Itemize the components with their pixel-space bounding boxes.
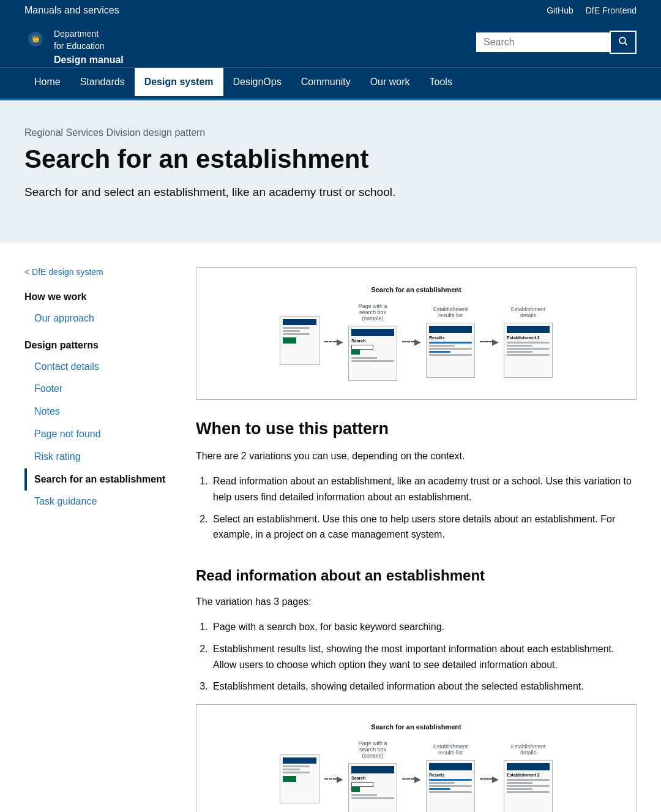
- nav-link-home[interactable]: Home: [24, 68, 70, 96]
- read-info-item-3: Establishment details, showing detailed …: [211, 679, 637, 694]
- mock-line-d2: [507, 345, 532, 347]
- sp-line-2-2: [283, 769, 300, 770]
- crown-icon: 👑: [24, 28, 47, 50]
- nav-item-designops[interactable]: DesignOps: [223, 68, 291, 99]
- diagram2-label-search: Page with a search box(sample): [351, 740, 394, 759]
- nav-link-standards[interactable]: Standards: [70, 68, 135, 96]
- sidebar-item-footer[interactable]: Footer: [24, 378, 171, 400]
- logo-design-manual: Design manual: [54, 53, 124, 67]
- read-info-item-2: Establishment results list, showing the …: [211, 641, 637, 672]
- sidebar-item-our-approach[interactable]: Our approach: [24, 307, 171, 330]
- nav-item-standards[interactable]: Standards: [70, 68, 135, 99]
- sp-header-2: [283, 757, 316, 764]
- arrow-head-1: ▶: [337, 337, 343, 347]
- diagram-arrow-2-1: ▶: [324, 774, 343, 784]
- sp-green-btn: [283, 337, 296, 344]
- diagram-label-results: Establishment results list: [429, 306, 472, 318]
- mock-header-2: [429, 326, 472, 333]
- mock-line-2-r2: [429, 791, 472, 793]
- start-page-mock-2: [280, 754, 319, 803]
- sidebar-item-page-not-found[interactable]: Page not found: [24, 423, 171, 446]
- mock-results-page-2: Results: [426, 760, 475, 812]
- sp-line-2: [283, 330, 300, 332]
- nav-link-designops[interactable]: DesignOps: [223, 68, 291, 96]
- diagram-title-2: Search for an establishment: [371, 723, 461, 731]
- search-box-container: [475, 31, 637, 54]
- search-icon: [618, 36, 628, 46]
- diagram2-label-results: Establishment results list: [429, 743, 472, 756]
- diagram-inner-1: Search for an establishment: [209, 280, 624, 387]
- sidebar-item-task-guidance[interactable]: Task guidance: [24, 491, 171, 513]
- nav-link-our-work[interactable]: Our work: [360, 68, 420, 96]
- divider-r1: [429, 348, 472, 350]
- svg-text:👑: 👑: [32, 35, 40, 43]
- diagram-box-2: Search for an establishment: [196, 704, 637, 812]
- main-content: Search for an establishment: [196, 267, 637, 812]
- dfe-frontend-link[interactable]: DfE Frontend: [586, 6, 637, 15]
- mock-btn-2: [351, 787, 360, 792]
- diagram2-results-page: Establishment results list Results: [426, 743, 475, 812]
- mock-line-d3: [507, 348, 550, 350]
- logo-line1: Department: [54, 29, 99, 39]
- when-to-use-section: When to use this pattern There are 2 var…: [196, 419, 637, 543]
- mock-header-2-1: [351, 766, 394, 773]
- mock-line-2-r1: [429, 782, 455, 784]
- arrow-head-2: ▶: [414, 337, 421, 347]
- mock-header-3: [507, 326, 550, 333]
- mock-line-2-s1: [351, 794, 377, 796]
- mock-btn-1: [351, 350, 360, 355]
- start-page-mock: [280, 316, 319, 365]
- when-to-use-item-1: Read information about an establishment,…: [211, 473, 637, 505]
- mock-line-d5: [507, 354, 550, 356]
- mock-line-r2: [429, 354, 472, 356]
- read-info-list: Page with a search box, for basic keywor…: [211, 619, 637, 694]
- arrow-head-2-3: ▶: [492, 774, 499, 784]
- sidebar-section-how-we-work: How we work: [24, 291, 171, 303]
- nav-item-our-work[interactable]: Our work: [360, 68, 420, 99]
- read-info-heading: Read information about an establishment: [196, 567, 637, 584]
- nav-item-community[interactable]: Community: [291, 68, 360, 99]
- nav-item-tools[interactable]: Tools: [420, 68, 462, 99]
- diagram-details-page: Establishment details Establishment 2: [504, 306, 553, 378]
- nav-item-home[interactable]: Home: [24, 68, 70, 99]
- diagram-box-1: Search for an establishment: [196, 267, 637, 400]
- when-to-use-list: Read information about an establishment,…: [211, 473, 637, 542]
- diagram-label-search: Page with a search box(sample): [351, 303, 394, 321]
- sidebar-section-design-patterns: Design patterns: [24, 340, 171, 351]
- search-button[interactable]: [610, 31, 637, 54]
- diagram-arrow-2: ▶: [402, 337, 421, 347]
- diagram-arrow-1: ▶: [324, 337, 343, 347]
- sidebar-item-risk-rating[interactable]: Risk rating: [24, 446, 171, 468]
- mock-line-2-s2: [351, 797, 394, 799]
- sidebar-item-contact-details[interactable]: Contact details: [24, 356, 171, 378]
- when-to-use-item-2: Select an establishment. Use this one to…: [211, 511, 637, 543]
- hero-title: Search for an establishment: [24, 145, 637, 173]
- sp-header: [283, 319, 316, 325]
- mock-link-2: [429, 351, 450, 353]
- sidebar-item-search-for-establishment[interactable]: Search for an establishment: [24, 468, 171, 491]
- nav-item-design-system[interactable]: Design system: [135, 68, 223, 99]
- arrow-head-2-2: ▶: [414, 774, 421, 784]
- arrow-head-2-1: ▶: [337, 774, 343, 784]
- mock-line-r1: [429, 345, 455, 347]
- nav-link-design-system[interactable]: Design system: [135, 68, 223, 99]
- search-input[interactable]: [475, 31, 610, 53]
- sidebar-item-notes[interactable]: Notes: [24, 400, 171, 423]
- sp-line-3: [283, 333, 310, 335]
- sp-line-2-1: [283, 765, 310, 767]
- top-bar: Manuals and services GitHub DfE Frontend: [0, 0, 661, 21]
- github-link[interactable]: GitHub: [547, 6, 573, 15]
- dashed-line-1: [324, 341, 337, 342]
- mock-header-1: [351, 329, 394, 336]
- sidebar-back-link[interactable]: < DfE design system: [24, 267, 171, 277]
- diagram-results-page: Establishment results list Results: [426, 306, 475, 378]
- divider-2-r1: [429, 785, 472, 787]
- nav-link-community[interactable]: Community: [291, 68, 360, 96]
- mock-line-2-d2: [507, 782, 532, 784]
- sp-line-1: [283, 327, 310, 329]
- mock-input-2: [351, 782, 373, 787]
- mock-results-page: Results: [426, 323, 475, 378]
- dashed-line-2-3: [480, 778, 492, 780]
- diagram-flow-2: ▶ Page with a search box(sample) Search: [215, 740, 618, 812]
- nav-link-tools[interactable]: Tools: [420, 68, 462, 96]
